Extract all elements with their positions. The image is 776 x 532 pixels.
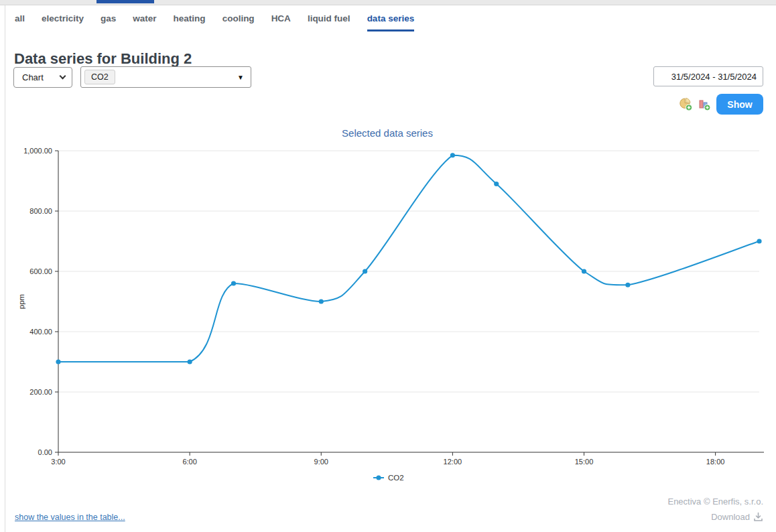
legend-marker-dot — [376, 475, 381, 480]
download-label: Download — [711, 512, 750, 522]
y-tick-label: 800.00 — [29, 207, 52, 215]
tab-water[interactable]: water — [133, 13, 156, 31]
x-tick-label: 12:00 — [444, 458, 462, 466]
x-tick-label: 15:00 — [575, 458, 594, 466]
series-multiselect[interactable]: CO2 ▼ — [80, 66, 251, 88]
data-point — [319, 299, 324, 304]
x-tick-label: 3:00 — [51, 458, 65, 466]
x-tick-label: 6:00 — [182, 458, 196, 466]
tab-heating[interactable]: heating — [174, 13, 206, 31]
action-row: Show — [679, 94, 763, 115]
brand-text: Enectiva © Enerfis, s.r.o. — [667, 496, 763, 507]
download-button[interactable]: Download — [711, 512, 763, 522]
y-axis-label: ppm — [17, 294, 25, 309]
view-type-value: Chart — [22, 72, 44, 82]
tab-HCA[interactable]: HCA — [271, 13, 291, 31]
tab-all[interactable]: all — [15, 13, 25, 31]
y-tick-label: 200.00 — [29, 388, 52, 396]
tab-cooling[interactable]: cooling — [222, 13, 255, 31]
chevron-down-icon — [60, 73, 66, 80]
y-tick-label: 400.00 — [29, 328, 52, 336]
data-point — [56, 359, 60, 364]
download-icon — [753, 512, 763, 522]
x-tick-label: 9:00 — [314, 458, 328, 466]
show-button[interactable]: Show — [716, 94, 763, 115]
data-point — [494, 182, 499, 186]
tab-liquid-fuel[interactable]: liquid fuel — [308, 13, 350, 31]
data-point — [363, 269, 367, 273]
date-range-input[interactable] — [653, 66, 763, 86]
chart-title: Selected data series — [342, 127, 433, 139]
data-series-chart[interactable]: Selected data series0.00200.00400.00600.… — [0, 124, 776, 492]
add-pie-chart-icon[interactable] — [679, 97, 693, 111]
data-point — [757, 239, 761, 243]
show-table-link[interactable]: show the values in the table... — [15, 513, 125, 522]
data-point — [625, 283, 630, 287]
category-tabs: allelectricitygaswaterheatingcoolingHCAl… — [15, 13, 414, 31]
tab-electricity[interactable]: electricity — [42, 13, 84, 31]
y-tick-label: 1,000.00 — [23, 147, 52, 155]
data-point — [450, 153, 455, 157]
y-tick-label: 0.00 — [38, 448, 52, 456]
caret-down-icon: ▼ — [237, 74, 244, 81]
add-bar-chart-icon[interactable] — [698, 98, 711, 111]
data-point — [231, 281, 236, 285]
legend-label: CO2 — [388, 474, 404, 482]
top-edge-strip — [0, 0, 776, 5]
series-line — [58, 155, 759, 362]
data-point — [188, 359, 192, 364]
tab-data-series[interactable]: data series — [367, 13, 415, 31]
page-title: Data series for Building 2 — [14, 50, 192, 68]
x-tick-label: 18:00 — [706, 458, 725, 466]
y-tick-label: 600.00 — [29, 267, 52, 275]
top-edge-accent — [96, 0, 154, 3]
data-point — [582, 269, 586, 273]
view-type-select[interactable]: Chart — [13, 67, 72, 88]
series-chip: CO2 — [84, 70, 115, 84]
tab-gas[interactable]: gas — [101, 13, 116, 31]
